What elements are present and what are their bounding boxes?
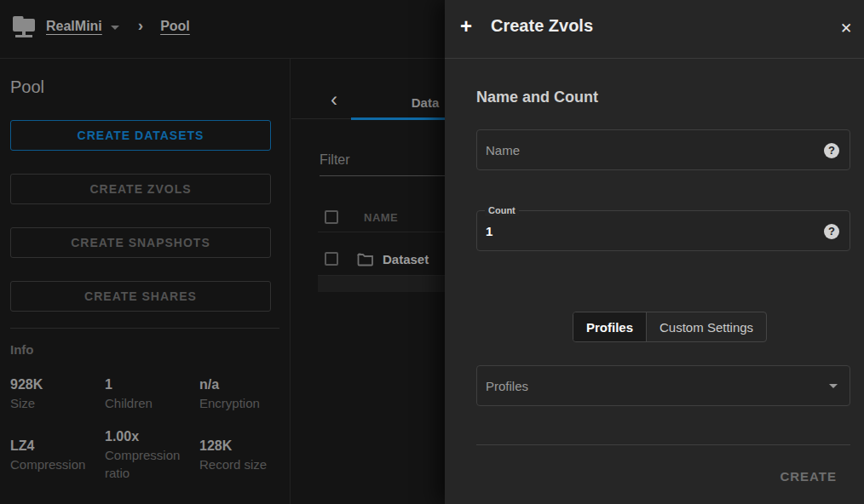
create-zvols-button[interactable]: CREATE ZVOLS [10,174,271,204]
stat-encryption: n/a Encryption [199,375,294,412]
select-all-checkbox[interactable] [325,210,338,224]
sidebar-divider [10,328,279,329]
stat-size: 928K Size [10,375,105,412]
tab-profiles[interactable]: Profiles [573,312,647,341]
stat-compression: LZ4 Compression [10,437,105,473]
stat-children-value: 1 [105,375,194,394]
profiles-select-label: Profiles [486,379,528,393]
filter-input[interactable] [320,149,464,176]
stat-compression-ratio-value: 1.00x [105,427,194,446]
back-arrow-button[interactable]: ‹ [322,88,346,112]
stat-record-size-label: Record size [199,455,289,473]
create-shares-button[interactable]: CREATE SHARES [10,281,271,312]
pool-title: Pool [10,77,44,97]
app-screen: RealMini › Pool Pool CREATE DATASETS CRE… [0,0,864,504]
stat-record-size-value: 128K [199,437,289,455]
stat-children: 1 Children [105,375,199,412]
breadcrumb-pool-link[interactable]: Pool [160,19,190,34]
info-stats-row-1: 928K Size 1 Children n/a Encryption [10,375,294,412]
name-and-count-heading: Name and Count [476,89,598,106]
create-zvols-drawer: + Create Zvols ✕ Name and Count ? Count … [445,0,864,504]
system-storage-icon [9,12,39,41]
name-help-icon[interactable]: ? [824,143,839,158]
breadcrumb-system-link[interactable]: RealMini [46,19,102,34]
dataset-row-name: Dataset [383,252,429,266]
create-datasets-button[interactable]: CREATE DATASETS [10,120,271,151]
create-snapshots-button[interactable]: CREATE SNAPSHOTS [10,227,271,258]
stat-size-label: Size [10,394,100,412]
folder-icon [357,252,374,266]
filter-field [320,149,464,176]
close-icon[interactable]: ✕ [833,15,859,41]
settings-mode-tabs: Profiles Custom Settings [573,312,767,342]
info-stats-row-2: LZ4 Compression 1.00x Compression ratio … [10,427,294,482]
stat-encryption-label: Encryption [199,394,289,412]
stat-record-size: 128K Record size [199,437,294,473]
pool-sidebar: Pool CREATE DATASETS CREATE ZVOLS CREATE… [0,59,291,504]
count-field: Count ? [476,210,850,251]
row-checkbox[interactable] [325,252,338,266]
name-column-header: NAME [364,211,398,224]
stat-children-label: Children [105,394,194,412]
name-input[interactable] [486,130,815,169]
chevron-down-icon[interactable] [111,26,119,30]
chevron-down-icon [829,384,838,388]
drawer-header: + Create Zvols ✕ [445,0,864,59]
breadcrumb-separator-icon: › [138,16,143,35]
plus-icon: + [460,14,472,39]
stat-encryption-value: n/a [199,375,289,394]
count-input[interactable] [486,211,815,250]
stat-size-value: 928K [10,375,100,394]
drawer-footer-divider [476,444,850,445]
tab-custom-settings[interactable]: Custom Settings [647,312,766,341]
name-field: ? [476,129,850,170]
info-section-title: Info [10,342,34,357]
stat-compression-ratio-label: Compression ratio [105,446,194,482]
stat-compression-value: LZ4 [10,437,100,455]
count-help-icon[interactable]: ? [824,224,839,239]
stat-compression-label: Compression [10,455,100,473]
breadcrumb: RealMini › Pool [9,12,190,41]
stat-compression-ratio: 1.00x Compression ratio [105,427,199,482]
drawer-title: Create Zvols [491,16,593,36]
create-button[interactable]: CREATE [766,463,850,489]
profiles-select[interactable]: Profiles [476,365,850,406]
